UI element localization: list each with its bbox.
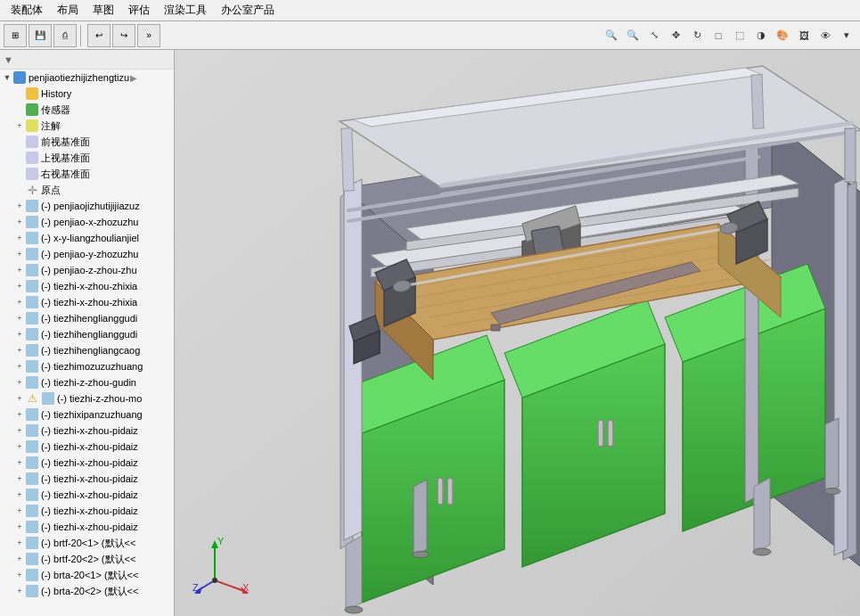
p4-expand[interactable]: + [14,249,25,259]
p9-expand[interactable]: + [14,329,25,340]
menu-evaluate[interactable]: 评估 [121,1,157,20]
tree-item-p1[interactable]: + (-) penjiaojizhutijijiazuz [0,198,174,214]
tree-item-p5[interactable]: + (-) penjiao-z-zhou-zhu [0,262,174,278]
view-appearance[interactable]: 🎨 [773,26,792,45]
view-hide[interactable]: 👁 [815,26,835,45]
p16-expand[interactable]: + [14,441,25,452]
p24-expand[interactable]: + [14,570,25,580]
toolbar-print[interactable]: ⎙ [53,24,77,47]
tree-item-history[interactable]: History [0,86,174,102]
tree-item-p22[interactable]: + (-) brtf-20<1> (默认<< [0,535,174,551]
toolbar-redo[interactable]: ↪ [112,24,135,47]
p13-expand[interactable]: + [14,393,25,404]
separator-1 [80,25,84,46]
tree-item-note[interactable]: + 注解 [0,118,174,134]
view-rotate[interactable]: ↻ [687,26,707,45]
view-display[interactable]: ◑ [751,26,771,45]
p6-expand[interactable]: + [14,281,25,292]
p11-expand[interactable]: + [14,361,25,372]
menu-sketch[interactable]: 草图 [86,1,121,20]
tree-item-p7[interactable]: + (-) tiezhi-x-zhou-zhixia [0,294,174,310]
p25-label: (-) brta-20<2> (默认<< [41,585,138,598]
p21-expand[interactable]: + [14,522,25,532]
p14-label: (-) tiezhixipanzuzhuang [41,409,143,420]
svg-marker-40 [825,418,839,493]
p14-expand[interactable]: + [14,409,25,420]
tree-item-p25[interactable]: + (-) brta-20<2> (默认<< [0,583,174,599]
menu-office[interactable]: 办公室产品 [214,1,282,20]
tree-item-p18[interactable]: + (-) tiezhi-x-zhou-pidaiz [0,471,174,487]
p13-icon [41,391,55,406]
view-zoom-area[interactable]: ⤡ [644,26,664,45]
p2-label: (-) penjiao-x-zhozuzhu [41,217,138,227]
tree-area[interactable]: ▼ penjiaotiezhijizhengtizu ▶ History 传感器… [0,70,174,616]
tree-item-p17[interactable]: + (-) tiezhi-x-zhou-pidaiz [0,455,174,471]
tree-item-p20[interactable]: + (-) tiezhi-x-zhou-pidaiz [0,503,174,519]
p3-expand[interactable]: + [14,233,25,243]
p2-icon [25,215,39,229]
tree-item-p15[interactable]: + (-) tiezhi-x-zhou-pidaiz [0,423,174,439]
tree-item-p13[interactable]: + ⚠ (-) tiezhi-z-zhou-mo [0,390,174,407]
tree-item-p2[interactable]: + (-) penjiao-x-zhozuzhu [0,214,174,230]
p23-expand[interactable]: + [14,554,25,564]
view-more[interactable]: ▾ [837,26,856,45]
p8-expand[interactable]: + [14,313,25,324]
p1-expand[interactable]: + [14,201,25,211]
tree-item-p16[interactable]: + (-) tiezhi-x-zhou-pidaiz [0,439,174,455]
tree-item-p12[interactable]: + (-) tiezhi-z-zhou-gudin [0,374,174,390]
p2-expand[interactable]: + [14,217,25,227]
tree-item-origin[interactable]: ✛ 原点 [0,182,174,198]
p20-expand[interactable]: + [14,505,25,516]
tree-item-p9[interactable]: + (-) tiezhihenglianggudi [0,326,174,342]
p5-expand[interactable]: + [14,265,25,275]
toolbar-new[interactable]: ⊞ [4,24,27,47]
menu-render[interactable]: 渲染工具 [157,1,214,20]
tree-item-p4[interactable]: + (-) penjiao-y-zhozuzhu [0,246,174,262]
p3-icon [25,231,39,245]
view-zoom-in[interactable]: 🔍 [602,26,621,45]
p20-icon [25,504,39,518]
tree-item-p23[interactable]: + (-) brtf-20<2> (默认<< [0,551,174,567]
tree-item-top[interactable]: 上视基准面 [0,150,174,166]
tree-item-p11[interactable]: + (-) tiezhimozuzuzhuang [0,358,174,374]
view-standard[interactable]: □ [708,26,728,45]
viewport[interactable]: Y X Z [175,50,860,616]
toolbar-expander[interactable]: » [137,24,160,47]
p10-expand[interactable]: + [14,345,25,356]
p18-expand[interactable]: + [14,473,25,484]
tree-item-p6[interactable]: + (-) tiezhi-x-zhou-zhixia [0,278,174,294]
tree-item-front[interactable]: 前视基准面 [0,134,174,150]
p15-expand[interactable]: + [14,425,25,436]
root-expand[interactable]: ▼ [2,72,12,83]
note-expand[interactable]: + [14,120,25,131]
tree-item-sensor[interactable]: 传感器 [0,102,174,118]
p17-expand[interactable]: + [14,457,25,468]
p10-icon [25,343,39,357]
p7-label: (-) tiezhi-x-zhou-zhixia [41,297,137,308]
p12-expand[interactable]: + [14,377,25,388]
tree-item-p24[interactable]: + (-) brta-20<1> (默认<< [0,567,174,583]
p19-expand[interactable]: + [14,489,25,500]
tree-item-p3[interactable]: + (-) x-y-liangzhoulianjiel [0,230,174,246]
toolbar-save[interactable]: 💾 [29,24,52,47]
tree-item-p19[interactable]: + (-) tiezhi-x-zhou-pidaiz [0,487,174,503]
tree-item-p10[interactable]: + (-) tiezhihengliangcaog [0,342,174,358]
tree-item-p14[interactable]: + (-) tiezhixipanzuzhuang [0,407,174,423]
tree-item-p21[interactable]: + (-) tiezhi-x-zhou-pidaiz [0,519,174,535]
p14-icon [25,407,39,422]
view-zoom-fit[interactable]: 🔍 [623,26,643,45]
menu-layout[interactable]: 布局 [50,1,86,20]
p7-expand[interactable]: + [14,297,25,308]
view-section[interactable]: ⬚ [730,26,749,45]
view-pan[interactable]: ✥ [666,26,685,45]
p25-expand[interactable]: + [14,586,25,596]
menu-assembly[interactable]: 装配体 [4,1,50,20]
tree-item-right[interactable]: 右视基准面 [0,166,174,182]
p5-label: (-) penjiao-z-zhou-zhu [41,265,137,275]
svg-text:Y: Y [217,536,225,546]
tree-root[interactable]: ▼ penjiaotiezhijizhengtizu ▶ [0,70,174,86]
tree-item-p8[interactable]: + (-) tiezhihenglianggudi [0,310,174,326]
view-scene[interactable]: 🖼 [794,26,814,45]
p22-expand[interactable]: + [14,538,25,548]
toolbar-undo[interactable]: ↩ [87,24,111,47]
